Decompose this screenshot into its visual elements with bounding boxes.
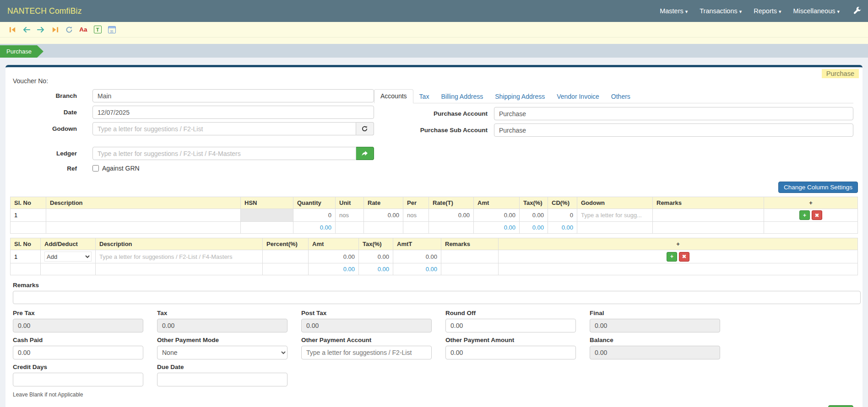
menu-transactions[interactable]: Transactions▾ [700, 7, 742, 15]
other-payment-amount-input[interactable] [445, 346, 576, 359]
item-rate-t[interactable]: 0.00 [429, 209, 474, 222]
items-add-column-button[interactable]: + [764, 197, 858, 209]
voucher-tabs: Accounts Tax Billing Address Shipping Ad… [374, 89, 853, 103]
purchase-sub-account-input[interactable] [494, 123, 853, 137]
col-remarks: Remarks [653, 197, 764, 209]
last-record-icon[interactable] [51, 25, 59, 34]
tab-others[interactable]: Others [605, 90, 636, 103]
post-tax-input [301, 319, 432, 332]
voucher-header-form: Branch Date Godown Ledger [10, 89, 858, 175]
item-amt[interactable]: 0.00 [474, 209, 520, 222]
first-record-icon[interactable] [8, 25, 16, 34]
voucher-no-label: Voucher No: [13, 77, 858, 85]
items-row-1: 1 0 nos 0.00 nos 0.00 0.00 0.00 0 +✖ [11, 209, 858, 222]
add-addon-row-button[interactable]: + [667, 252, 677, 262]
godown-refresh-button[interactable] [356, 122, 374, 135]
tab-accounts[interactable]: Accounts [374, 89, 413, 103]
menu-masters[interactable]: Masters▾ [660, 7, 688, 15]
col-description: Description [46, 197, 241, 209]
tax-label: Tax [157, 310, 288, 316]
breadcrumb-tab-purchase[interactable]: Purchase [0, 45, 43, 58]
delete-addon-row-button[interactable]: ✖ [679, 252, 689, 262]
godown-input[interactable] [92, 122, 356, 135]
summary-grid: Pre Tax Tax Post Tax Round Off Final Cas… [13, 310, 858, 391]
tab-shipping-address[interactable]: Shipping Address [489, 90, 551, 103]
ref-label: Ref [10, 165, 92, 172]
date-label: Date [10, 109, 92, 116]
col-tax: Tax(%) [520, 197, 548, 209]
next-record-icon[interactable] [37, 25, 45, 34]
round-off-input[interactable] [445, 319, 576, 332]
addons-total-amt: 0.00 [309, 263, 359, 275]
add-voucher-button[interactable]: Add [828, 405, 853, 407]
credit-days-label: Credit Days [13, 364, 143, 370]
addon-percent-input[interactable] [266, 253, 304, 260]
credit-days-note: Leave Blank if not Applicable [13, 391, 858, 398]
items-totals-row: 0.00 0.00 0.00 0.00 [11, 222, 858, 234]
due-date-input[interactable] [157, 373, 288, 386]
col-percent: Percent(%) [263, 238, 309, 250]
item-tax[interactable]: 0.00 [520, 209, 548, 222]
calendar-icon[interactable]: 31 [108, 25, 116, 34]
text-field-icon[interactable]: T [93, 25, 102, 34]
round-off-label: Round Off [445, 310, 576, 316]
addons-total-tax: 0.00 [359, 263, 393, 275]
addon-description-cell [96, 250, 263, 263]
addon-amt[interactable]: 0.00 [309, 250, 359, 263]
item-sl-no: 1 [11, 209, 46, 222]
change-column-settings-button[interactable]: Change Column Settings [778, 182, 858, 193]
item-remarks-input[interactable] [656, 212, 760, 219]
col-amt-t: AmtT [393, 238, 441, 250]
addon-tax[interactable]: 0.00 [359, 250, 393, 263]
item-godown-input[interactable] [581, 212, 649, 219]
other-payment-account-input[interactable] [301, 346, 432, 359]
addon-description-input[interactable] [99, 253, 259, 260]
chevron-down-icon: ▾ [685, 9, 688, 14]
col-per: Per [403, 197, 429, 209]
menu-reports[interactable]: Reports▾ [754, 7, 781, 15]
remarks-input[interactable] [13, 291, 861, 304]
wrench-settings-icon[interactable] [853, 7, 862, 15]
ledger-input[interactable] [92, 147, 356, 160]
date-input[interactable] [92, 106, 374, 119]
addon-add-deduct-select[interactable]: Add [44, 252, 92, 262]
addons-row-1: 1 Add 0.00 0.00 0.00 +✖ [11, 250, 858, 263]
credit-days-input[interactable] [13, 373, 143, 386]
purchase-account-label: Purchase Account [374, 110, 494, 117]
item-cd[interactable]: 0 [548, 209, 577, 222]
item-rate[interactable]: 0.00 [364, 209, 403, 222]
font-case-icon[interactable]: Aa [79, 25, 87, 34]
items-total-quantity: 0.00 [293, 222, 336, 234]
addons-add-column-button[interactable]: + [499, 238, 858, 250]
tab-tax[interactable]: Tax [413, 90, 435, 103]
col-rate: Rate [364, 197, 403, 209]
tab-billing-address[interactable]: Billing Address [435, 90, 489, 103]
previous-record-icon[interactable] [22, 25, 31, 34]
ledger-open-master-button[interactable] [356, 147, 374, 160]
other-payment-mode-select[interactable]: None [157, 346, 288, 359]
chevron-down-icon: ▾ [779, 9, 781, 14]
remarks-label: Remarks [13, 282, 858, 289]
menu-miscellaneous[interactable]: Miscellaneous▾ [793, 7, 840, 15]
pre-tax-input [13, 319, 143, 332]
tab-vendor-invoice[interactable]: Vendor Invoice [551, 90, 605, 103]
add-item-row-button[interactable]: + [799, 210, 810, 220]
chevron-down-icon: ▾ [837, 9, 840, 14]
against-grn-checkbox-row: Against GRN [92, 165, 140, 172]
item-unit: nos [336, 209, 364, 222]
pre-tax-label: Pre Tax [13, 310, 143, 316]
against-grn-checkbox[interactable] [92, 165, 99, 171]
other-payment-account-label: Other Payment Account [301, 337, 432, 343]
item-remarks-cell [653, 209, 764, 222]
refresh-icon[interactable] [65, 25, 73, 34]
item-quantity[interactable]: 0 [293, 209, 336, 222]
col-cd: CD(%) [548, 197, 577, 209]
item-description-input[interactable] [50, 212, 237, 219]
delete-item-row-button[interactable]: ✖ [812, 210, 822, 220]
addon-amt-t[interactable]: 0.00 [393, 250, 441, 263]
addon-remarks-input[interactable] [445, 253, 494, 260]
purchase-account-input[interactable] [494, 107, 853, 120]
col-amt: Amt [309, 238, 359, 250]
branch-input[interactable] [92, 89, 374, 102]
cash-paid-input[interactable] [13, 346, 143, 359]
